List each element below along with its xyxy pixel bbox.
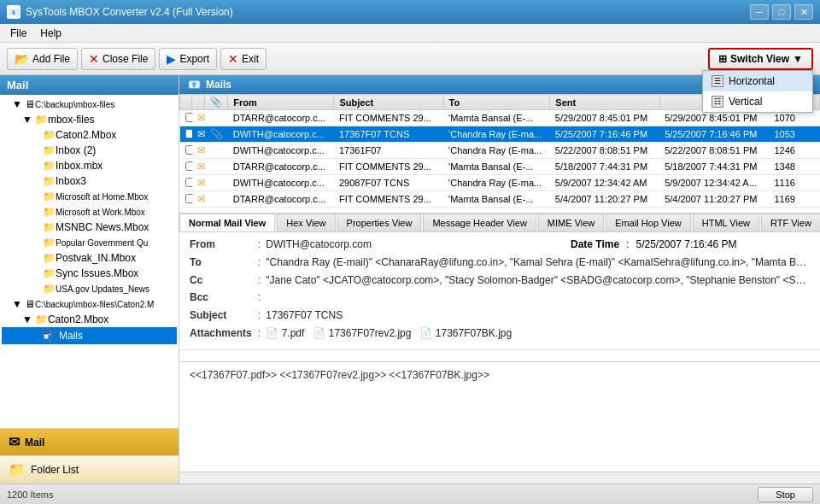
switch-view-icon: ⊞ bbox=[718, 53, 727, 65]
view-tab-email-hop-view[interactable]: Email Hop View bbox=[606, 214, 690, 231]
detail-headers: From : DWITH@catocorp.com Date Time : 5/… bbox=[179, 232, 820, 350]
view-tab-normal-mail-view[interactable]: Normal Mail View bbox=[179, 214, 275, 232]
folder-icon: 📁 bbox=[43, 160, 56, 172]
nav-folder-label: Folder List bbox=[31, 464, 79, 476]
row-subject: 29087F07 TCNS bbox=[334, 175, 443, 191]
row-check[interactable] bbox=[180, 126, 192, 143]
view-tab-rtf-view[interactable]: RTF View bbox=[761, 214, 820, 231]
row-icon: ✉ bbox=[192, 143, 205, 159]
to-value: "Chandra Ray (E-mail)" <ChanaraRay@lifun… bbox=[266, 255, 810, 270]
add-file-icon: 📂 bbox=[15, 52, 29, 66]
row-subject: FIT COMMENTS 29... bbox=[334, 110, 443, 126]
expand-icon-3: ▼ bbox=[12, 298, 22, 310]
nav-folder-list[interactable]: 📁 Folder List bbox=[0, 456, 179, 483]
sidebar-item-usa-gov[interactable]: 📁 USA.gov Updates_News bbox=[2, 281, 177, 296]
export-button[interactable]: ▶ Export bbox=[159, 48, 217, 70]
close-button[interactable]: ✕ bbox=[794, 4, 813, 20]
sidebar-item-backup2[interactable]: ▼ 🖥 C:\backup\mbox-files\Caton2.M bbox=[2, 296, 177, 312]
view-tab-properties-view[interactable]: Properties View bbox=[337, 214, 422, 231]
sidebar-item-microsoft-work[interactable]: 📁 Microsoft at Work.Mbox bbox=[2, 204, 177, 220]
table-row[interactable]: ✉ DTARR@catocorp.c... FIT COMMENTS 29...… bbox=[180, 191, 820, 208]
horizontal-view-option[interactable]: ☰ Horizontal bbox=[703, 71, 812, 91]
table-row[interactable]: ✉ DWITH@catocorp.c... 29087F07 TCNS 'Cha… bbox=[180, 175, 820, 191]
sidebar-item-inbox2[interactable]: 📁 Inbox (2) bbox=[2, 143, 177, 158]
row-attachment bbox=[205, 110, 228, 126]
exit-button[interactable]: ✕ Exit bbox=[220, 48, 266, 70]
minimize-button[interactable]: ─ bbox=[750, 4, 769, 20]
bottom-scrollbar[interactable] bbox=[179, 472, 820, 483]
content-area: 📧 Mails 📎 From Subject To Sent bbox=[179, 75, 820, 483]
switch-view-label: Switch View bbox=[730, 53, 789, 65]
sidebar-item-popular-gov[interactable]: 📁 Popular Government Qu bbox=[2, 235, 177, 250]
sidebar-item-microsoft-home[interactable]: 📁 Microsoft at Home.Mbox bbox=[2, 189, 177, 204]
row-check[interactable] bbox=[180, 175, 192, 191]
row-check[interactable] bbox=[180, 159, 192, 175]
maximize-button[interactable]: □ bbox=[772, 4, 791, 20]
stop-button[interactable]: Stop bbox=[758, 487, 813, 502]
row-icon: ✉ bbox=[192, 110, 205, 126]
row-check[interactable] bbox=[180, 110, 192, 126]
view-tab-hex-view[interactable]: Hex View bbox=[277, 214, 335, 231]
vertical-label: Vertical bbox=[729, 96, 762, 108]
sidebar-item-label: C:\backup\mbox-files bbox=[35, 100, 114, 109]
col-from[interactable]: From bbox=[228, 95, 334, 110]
col-sent[interactable]: Sent bbox=[550, 95, 659, 110]
sidebar-title: Mail bbox=[0, 75, 179, 95]
row-subject: FIT COMMENTS 29... bbox=[334, 159, 443, 175]
row-size: 1116 bbox=[769, 175, 819, 191]
nav-mail[interactable]: ✉ Mail bbox=[0, 429, 179, 456]
row-from: DWITH@catocorp.c... bbox=[228, 143, 334, 159]
bcc-label: Bcc bbox=[190, 290, 258, 305]
row-check[interactable] bbox=[180, 143, 192, 159]
close-file-button[interactable]: ✕ Close File bbox=[81, 48, 155, 70]
folder-icon: 📁 bbox=[43, 144, 56, 156]
sidebar-item-mails[interactable]: 📬 Mails bbox=[2, 327, 177, 344]
switch-view-button[interactable]: ⊞ Switch View ▼ bbox=[708, 48, 813, 70]
menu-help[interactable]: Help bbox=[33, 26, 68, 41]
row-sent2: 5/18/2007 7:44:31 PM bbox=[659, 159, 769, 175]
sidebar-item-inbox-mbx[interactable]: 📁 Inbox.mbx bbox=[2, 158, 177, 173]
view-tab-mime-view[interactable]: MIME View bbox=[538, 214, 604, 231]
row-attachment bbox=[205, 191, 228, 208]
row-sent: 5/25/2007 7:16:46 PM bbox=[550, 126, 659, 143]
row-from: DTARR@catocorp.c... bbox=[228, 159, 334, 175]
app-icon: 📧 bbox=[7, 5, 20, 19]
col-subject[interactable]: Subject bbox=[334, 95, 443, 110]
folder-icon: 📁 bbox=[43, 129, 56, 141]
attachments-label: Attachments bbox=[190, 326, 258, 341]
date-group: Date Time : 5/25/2007 7:16:46 PM bbox=[571, 237, 810, 252]
table-row[interactable]: ✉ DTARR@catocorp.c... FIT COMMENTS 29...… bbox=[180, 159, 820, 175]
export-label: Export bbox=[179, 53, 209, 65]
sidebar-item-sync[interactable]: 📁 Sync Issues.Mbox bbox=[2, 266, 177, 281]
row-sent: 5/22/2007 8:08:51 PM bbox=[550, 143, 659, 159]
vertical-view-option[interactable]: ☷ Vertical bbox=[703, 91, 812, 112]
row-check[interactable] bbox=[180, 191, 192, 208]
attachments-row: Attachments : 📄 7.pdf 📄 17367F07rev2.jpg… bbox=[190, 326, 810, 341]
row-attachment: 📎 bbox=[205, 126, 228, 143]
table-row[interactable]: ✉ DWITH@catocorp.c... 17361F07 'Chandra … bbox=[180, 143, 820, 159]
exit-icon: ✕ bbox=[228, 52, 238, 66]
detail-horizontal-scrollbar[interactable] bbox=[179, 350, 820, 362]
view-tab-html-view[interactable]: HTML View bbox=[693, 214, 759, 231]
attachments-value: 📄 7.pdf 📄 17367F07rev2.jpg 📄 17367F07BK.… bbox=[266, 326, 810, 341]
sidebar: Mail ▼ 🖥 C:\backup\mbox-files ▼ 📁 mbox-f… bbox=[0, 75, 179, 483]
col-icon[interactable] bbox=[192, 95, 205, 110]
add-file-button[interactable]: 📂 Add File bbox=[7, 48, 78, 70]
folder-icon: 📁 bbox=[35, 114, 48, 126]
col-attachment[interactable]: 📎 bbox=[205, 95, 228, 110]
sidebar-item-caton2-2[interactable]: ▼ 📁 Caton2.Mbox bbox=[2, 312, 177, 327]
sidebar-item-mbox-files[interactable]: ▼ 📁 mbox-files bbox=[2, 112, 177, 127]
sidebar-item-msnbc[interactable]: 📁 MSNBC News.Mbox bbox=[2, 220, 177, 235]
sidebar-item-postvak[interactable]: 📁 Postvak_IN.Mbox bbox=[2, 250, 177, 266]
table-row[interactable]: ✉ 📎 DWITH@catocorp.c... 17367F07 TCNS 'C… bbox=[180, 126, 820, 143]
col-check[interactable] bbox=[180, 95, 192, 110]
col-to[interactable]: To bbox=[443, 95, 550, 110]
sidebar-item-label: Inbox3 bbox=[56, 175, 86, 187]
sidebar-item-backup1[interactable]: ▼ 🖥 C:\backup\mbox-files bbox=[2, 97, 177, 112]
menu-file[interactable]: File bbox=[3, 26, 33, 41]
subject-value: 17367F07 TCNS bbox=[266, 308, 810, 323]
sidebar-item-caton2[interactable]: 📁 Caton2.Mbox bbox=[2, 127, 177, 143]
sidebar-item-inbox3[interactable]: 📁 Inbox3 bbox=[2, 173, 177, 189]
view-tab-message-header-view[interactable]: Message Header View bbox=[423, 214, 536, 231]
row-to: 'Mamta Bansal (E-... bbox=[443, 191, 550, 208]
